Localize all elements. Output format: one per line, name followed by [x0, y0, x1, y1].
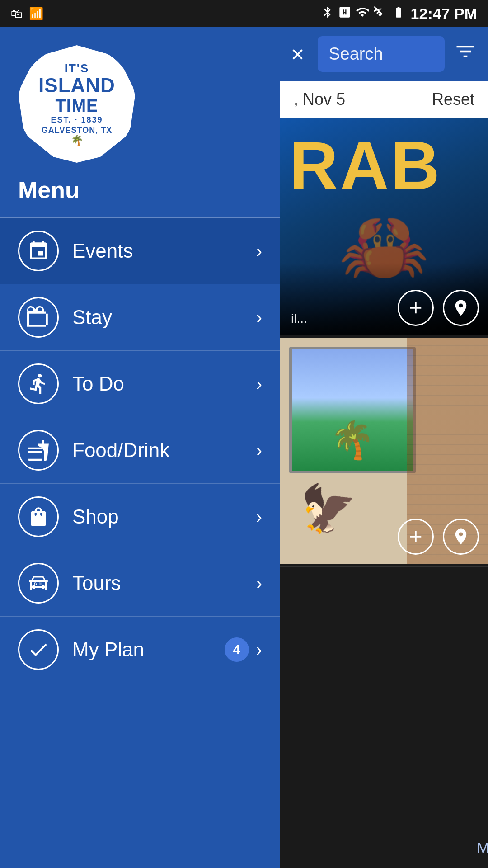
- svg-text:A: A: [34, 581, 38, 586]
- sidebar-item-my-plan[interactable]: My Plan 4 ›: [0, 617, 280, 683]
- main-container: IT'S ISLAND TIME EST. · 1839 GALVESTON, …: [0, 27, 488, 868]
- card-3: [280, 566, 488, 639]
- app-logo: IT'S ISLAND TIME EST. · 1839 GALVESTON, …: [18, 45, 136, 163]
- shop-chevron-icon: ›: [256, 507, 262, 527]
- stay-icon: [18, 297, 59, 338]
- content-panel: × Search , Nov 5 Reset RAB 🦀: [280, 27, 488, 868]
- wifi-icon: [356, 5, 369, 22]
- card-1-image: RAB 🦀 il...: [280, 118, 488, 335]
- sidebar-item-tours[interactable]: AB Tours ›: [0, 550, 280, 617]
- status-right-icons: 12:47 PM: [321, 5, 477, 23]
- card-2: 🌴 🦅: [280, 338, 488, 564]
- events-label: Events: [72, 240, 256, 262]
- card-2-location-button[interactable]: [443, 519, 479, 555]
- sidebar-item-shop[interactable]: Shop ›: [0, 484, 280, 550]
- close-button[interactable]: ×: [291, 41, 304, 67]
- food-drink-label: Food/Drink: [72, 439, 256, 462]
- status-bar: 🛍 📶 12:47 PM: [0, 0, 488, 27]
- todo-icon: [18, 363, 59, 404]
- search-area: × Search: [280, 27, 488, 81]
- card-2-image: 🌴 🦅: [280, 338, 488, 564]
- nfc-icon: [338, 6, 351, 22]
- my-plan-chevron-icon: ›: [256, 640, 262, 660]
- card-1-actions: [398, 290, 479, 326]
- bag-icon: 🛍: [11, 7, 23, 21]
- logo-its: IT'S: [38, 62, 115, 75]
- tours-chevron-icon: ›: [256, 573, 262, 594]
- date-filter-row: , Nov 5 Reset: [280, 81, 488, 118]
- logo-galveston: GALVESTON, TX: [38, 126, 115, 135]
- battery-icon: [391, 6, 406, 22]
- date-filter-text: , Nov 5: [294, 90, 345, 109]
- logo-time: TIME: [38, 97, 115, 116]
- events-icon: [18, 231, 59, 271]
- stay-label: Stay: [72, 306, 256, 329]
- sim-icon: 📶: [29, 7, 43, 21]
- signal-icon: [374, 6, 386, 22]
- todo-label: To Do: [72, 373, 256, 395]
- logo-est: EST. · 1839: [38, 116, 115, 125]
- card-title-text: RAB: [289, 132, 441, 199]
- filter-icon[interactable]: [454, 40, 477, 69]
- sculpture-icon: 🦅: [294, 479, 359, 541]
- svg-text:B: B: [39, 581, 43, 586]
- food-chevron-icon: ›: [256, 440, 262, 461]
- logo-island: ISLAND: [38, 75, 115, 96]
- stay-chevron-icon: ›: [256, 307, 262, 328]
- search-input-wrap[interactable]: Search: [318, 36, 445, 72]
- logo-palm-icon: 🌴: [38, 135, 115, 146]
- sidebar-item-food-drink[interactable]: Food/Drink ›: [0, 417, 280, 484]
- painting-element: 🌴: [289, 347, 416, 473]
- status-left-icons: 🛍 📶: [11, 7, 43, 21]
- card-1-detail: il...: [291, 311, 307, 326]
- map-label: Map: [477, 839, 488, 857]
- my-plan-label: My Plan: [72, 638, 225, 661]
- search-input[interactable]: Search: [328, 44, 383, 64]
- events-chevron-icon: ›: [256, 241, 262, 261]
- card-2-actions: [398, 519, 479, 555]
- sidebar-item-events[interactable]: Events ›: [0, 218, 280, 284]
- card-1-add-button[interactable]: [398, 290, 434, 326]
- sidebar: IT'S ISLAND TIME EST. · 1839 GALVESTON, …: [0, 27, 280, 868]
- shop-label: Shop: [72, 505, 256, 528]
- card-1: RAB 🦀 il...: [280, 118, 488, 335]
- my-plan-badge: 4: [225, 637, 249, 662]
- todo-chevron-icon: ›: [256, 374, 262, 394]
- reset-button[interactable]: Reset: [432, 90, 474, 109]
- palm-painting-icon: 🌴: [330, 419, 375, 462]
- clock: 12:47 PM: [411, 5, 477, 23]
- bluetooth-icon: [321, 6, 334, 22]
- sidebar-item-todo[interactable]: To Do ›: [0, 351, 280, 417]
- sidebar-header: IT'S ISLAND TIME EST. · 1839 GALVESTON, …: [0, 27, 280, 217]
- card-3-partial: [280, 566, 488, 639]
- shop-icon: [18, 496, 59, 537]
- cards-container: RAB 🦀 il...: [280, 118, 488, 868]
- food-icon: [18, 430, 59, 471]
- tours-icon: AB: [18, 563, 59, 604]
- card-2-add-button[interactable]: [398, 519, 434, 555]
- tours-label: Tours: [72, 572, 256, 594]
- card-1-location-button[interactable]: [443, 290, 479, 326]
- menu-title: Menu: [18, 176, 80, 203]
- sidebar-item-stay[interactable]: Stay ›: [0, 284, 280, 351]
- my-plan-icon: [18, 629, 59, 670]
